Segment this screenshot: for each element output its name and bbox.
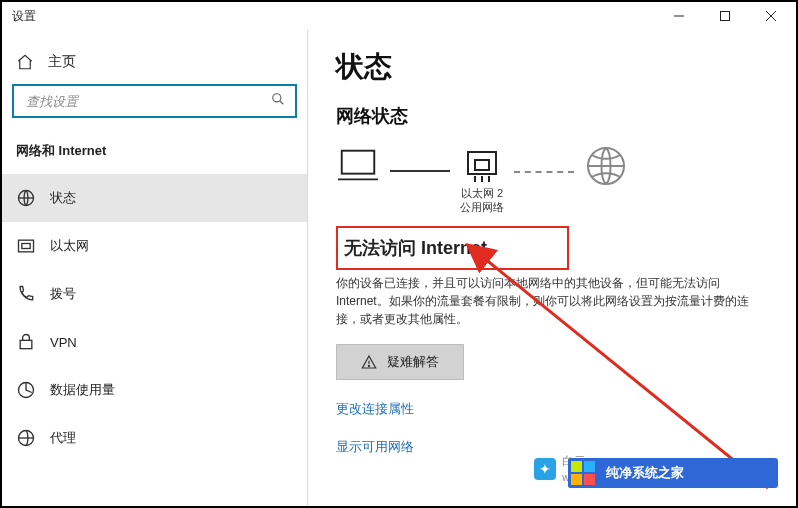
sidebar-item-vpn[interactable]: VPN [2,318,307,366]
troubleshoot-label: 疑难解答 [387,353,439,371]
svg-rect-8 [22,244,30,249]
close-button[interactable] [748,2,794,30]
svg-point-4 [273,94,281,102]
section-title: 网络状态 [336,104,768,128]
svg-rect-14 [475,160,489,170]
sidebar-item-label: 以太网 [50,237,89,255]
home-icon [16,53,34,71]
watermark-primary-text: 纯净系统之家 [598,464,684,482]
adapter-name: 以太网 2 [461,187,503,199]
svg-line-5 [280,101,284,105]
search-icon [271,92,285,110]
svg-point-20 [368,365,369,366]
sidebar-item-status[interactable]: 状态 [2,174,307,222]
data-usage-icon [16,380,36,400]
alert-text: 无法访问 Internet [344,238,487,258]
description-text: 你的设备已连接，并且可以访问本地网络中的其他设备，但可能无法访问 Interne… [336,274,756,328]
sidebar-item-datausage[interactable]: 数据使用量 [2,366,307,414]
watermark-primary: 纯净系统之家 [568,458,778,488]
sidebar-item-proxy[interactable]: 代理 [2,414,307,462]
bird-icon: ✦ [534,458,556,480]
sidebar-item-label: 代理 [50,429,76,447]
sidebar: 主页 网络和 Internet 状态 [2,30,308,506]
adapter-icon [460,146,504,186]
sidebar-item-dialup[interactable]: 拨号 [2,270,307,318]
dialup-icon [16,284,36,304]
laptop-icon [336,146,380,186]
content-area: 状态 网络状态 以太网 2 公用网络 [308,30,796,506]
svg-rect-7 [19,240,34,252]
network-diagram: 以太网 2 公用网络 [336,146,768,214]
maximize-button[interactable] [702,2,748,30]
window-title: 设置 [12,8,36,25]
page-title: 状态 [336,48,768,86]
troubleshoot-button[interactable]: 疑难解答 [336,344,464,380]
node-adapter: 以太网 2 公用网络 [460,146,504,214]
globe-icon [584,146,628,186]
network-type: 公用网络 [460,201,504,213]
warning-icon [361,354,377,370]
proxy-icon [16,428,36,448]
node-globe [584,146,628,214]
search-input[interactable] [24,93,271,110]
sidebar-item-label: 数据使用量 [50,381,115,399]
sidebar-item-label: 状态 [50,189,76,207]
ethernet-icon [16,236,36,256]
svg-rect-1 [721,12,730,21]
titlebar: 设置 [2,2,796,30]
sidebar-item-ethernet[interactable]: 以太网 [2,222,307,270]
sidebar-home-label: 主页 [48,53,76,71]
sidebar-category: 网络和 Internet [2,128,307,166]
minimize-button[interactable] [656,2,702,30]
sidebar-home[interactable]: 主页 [2,40,307,84]
link-change-properties[interactable]: 更改连接属性 [336,400,768,418]
status-icon [16,188,36,208]
svg-rect-12 [342,151,375,174]
sidebar-item-label: 拨号 [50,285,76,303]
sidebar-item-label: VPN [50,335,77,350]
node-laptop [336,146,380,214]
svg-rect-9 [20,340,32,348]
vpn-icon [16,332,36,352]
alert-box: 无法访问 Internet [336,226,569,270]
search-input-wrap[interactable] [12,84,297,118]
